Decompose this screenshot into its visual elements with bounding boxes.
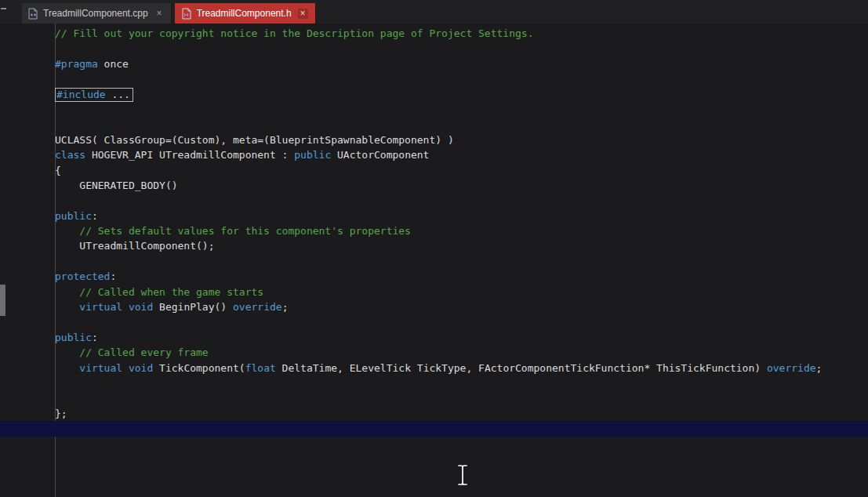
code-text: UTreadmillComponent(); [55,240,215,252]
code-keyword: class [55,149,85,161]
code-text: DeltaTime, ELevelTick TickType, FActorCo… [276,362,767,374]
tab-bar: TreadmillComponent.cpp × TreadmillCompon… [0,0,868,24]
code-line[interactable]: // Fill out your copyright notice in the… [55,26,868,41]
code-text [122,301,129,313]
code-keyword: protected [55,270,110,282]
collapsed-include-region[interactable]: #include ... [55,88,133,102]
code-line[interactable]: public: [55,330,868,345]
code-text: }; [55,408,67,419]
code-comment: // Called when the game starts [55,286,263,298]
code-line[interactable]: #pragma once [55,56,868,71]
code-keyword: override [233,301,282,313]
code-text: ; [282,301,289,313]
code-line[interactable]: public: [55,209,868,223]
code-text: BeginPlay() [153,301,233,313]
tab-bar-left-margin [0,0,22,24]
code-keyword: void [129,301,153,313]
code-keyword: virtual [79,301,122,313]
code-text: ... [106,89,130,100]
code-line[interactable] [55,41,868,56]
editor-pane[interactable]: // Fill out your copyright notice in the… [0,24,868,497]
code-line[interactable] [55,102,868,117]
code-comment: // Sets default values for this componen… [55,225,411,237]
code-text: UActorComponent [331,149,429,161]
code-line[interactable]: { [55,163,868,178]
caret-line-highlight[interactable] [0,421,868,436]
code-text [55,362,79,374]
code-keyword: public [55,332,92,343]
code-line[interactable] [55,314,868,329]
code-line[interactable]: GENERATED_BODY() [55,178,868,193]
code-keyword: override [767,362,816,374]
code-line[interactable]: }; [55,406,868,421]
code-text: : [110,270,116,282]
code-line[interactable] [55,193,868,208]
header-file-icon [181,8,192,20]
code-text: : [92,332,98,343]
code-keyword: void [129,362,153,374]
code-keyword: #include [56,89,106,100]
code-comment: // Fill out your copyright notice in the… [55,27,533,39]
code-text [55,301,79,313]
code-keyword: virtual [79,362,122,374]
tab-treadmillcomponent-h[interactable]: TreadmillComponent.h × [175,3,316,24]
code-line[interactable]: // Called every frame [55,345,868,360]
code-text: ; [816,362,823,374]
code-line[interactable] [55,390,868,405]
code-keyword: public [55,210,92,222]
code-line[interactable]: protected: [55,269,868,284]
tab-label: TreadmillComponent.cpp [43,8,148,19]
code-line[interactable] [55,117,868,132]
code-text: : [92,210,98,222]
tab-treadmillcomponent-cpp[interactable]: TreadmillComponent.cpp × [22,3,172,24]
code-line[interactable] [55,254,868,269]
tab-close-icon[interactable]: × [298,9,308,19]
code-text: GENERATED_BODY() [55,180,178,191]
code-text: { [55,165,61,176]
code-line[interactable]: #include ... [55,87,868,102]
code-lines: // Fill out your copyright notice in the… [0,26,868,437]
code-line[interactable]: // Called when the game starts [55,285,868,299]
code-text: UCLASS( ClassGroup=(Custom), meta=(Bluep… [55,134,454,146]
code-text: TickComponent( [153,362,245,374]
window-menu-dash-icon [1,8,6,9]
code-line[interactable] [55,71,868,86]
code-text: once [98,58,129,70]
tab-close-icon[interactable]: × [154,9,165,19]
code-line[interactable]: virtual void BeginPlay() override; [55,299,868,314]
code-line[interactable]: // Sets default values for this componen… [55,223,868,238]
code-line[interactable]: UTreadmillComponent(); [55,238,868,253]
code-line[interactable]: virtual void TickComponent(float DeltaTi… [55,361,868,375]
code-comment: // Called every frame [55,346,209,358]
code-line[interactable]: UCLASS( ClassGroup=(Custom), meta=(Bluep… [55,132,868,147]
code-text [122,362,129,374]
code-keyword: float [245,362,276,374]
code-text: HOGEVR_API UTreadmillComponent : [85,149,294,161]
code-line[interactable]: class HOGEVR_API UTreadmillComponent : p… [55,147,868,162]
code-keyword: public [294,149,331,161]
tab-label: TreadmillComponent.h [197,8,292,19]
code-keyword: #pragma [55,58,98,70]
cpp-file-icon [27,8,38,20]
code-line[interactable] [55,375,868,390]
